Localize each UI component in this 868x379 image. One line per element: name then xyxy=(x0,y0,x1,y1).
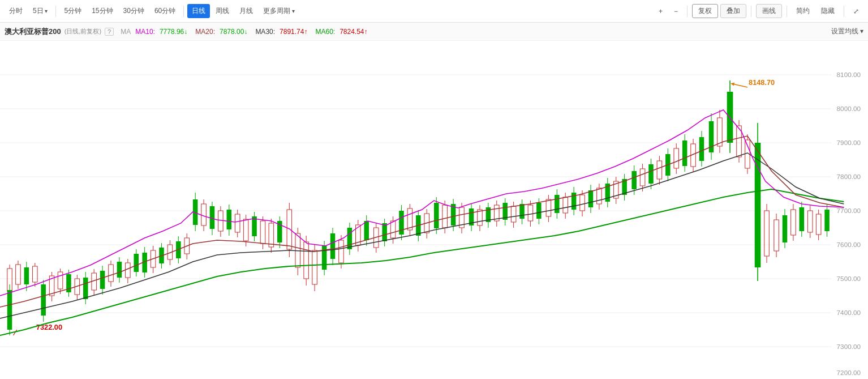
help-badge[interactable]: ? xyxy=(105,28,114,36)
fuquan-button[interactable]: 复权 xyxy=(692,4,718,18)
diejia-button[interactable]: 叠加 xyxy=(720,4,746,18)
svg-text:7400.00: 7400.00 xyxy=(837,309,861,316)
period-5min[interactable]: 5分钟 xyxy=(59,4,86,18)
svg-rect-292 xyxy=(774,220,779,251)
settings-maline-button[interactable]: 设置均线 xyxy=(831,27,863,36)
svg-rect-148 xyxy=(364,221,369,240)
ma60-label: MA60: xyxy=(315,28,335,36)
svg-rect-31 xyxy=(33,266,38,282)
svg-rect-241 xyxy=(631,171,637,189)
period-more[interactable]: 更多周期 xyxy=(259,4,299,18)
svg-rect-307 xyxy=(816,214,821,235)
separator-5 xyxy=(787,6,787,17)
svg-rect-199 xyxy=(511,206,516,222)
svg-rect-187 xyxy=(478,210,483,225)
svg-rect-244 xyxy=(640,169,645,186)
zoom-out-button[interactable]: − xyxy=(669,5,682,18)
svg-rect-100 xyxy=(227,210,232,229)
svg-rect-301 xyxy=(800,207,805,231)
svg-rect-154 xyxy=(382,223,387,241)
svg-text:8148.70: 8148.70 xyxy=(749,79,775,87)
svg-rect-115 xyxy=(269,223,274,247)
svg-text:7300.00: 7300.00 xyxy=(837,343,861,350)
svg-rect-49 xyxy=(83,278,88,299)
chart-title: 澳大利亚标普200 xyxy=(5,27,61,37)
svg-rect-310 xyxy=(824,210,830,231)
svg-rect-61 xyxy=(117,262,122,278)
svg-text:7600.00: 7600.00 xyxy=(837,241,861,248)
svg-rect-211 xyxy=(546,199,551,216)
ma20-label: MA20: xyxy=(195,28,215,36)
svg-rect-226 xyxy=(588,190,594,207)
svg-rect-25 xyxy=(16,265,21,284)
ma60-value: 7824.54 xyxy=(340,28,367,36)
svg-rect-304 xyxy=(807,211,813,232)
yincang-button[interactable]: 隐藏 xyxy=(817,4,839,18)
svg-rect-271 xyxy=(717,118,723,146)
separator-2 xyxy=(183,6,184,17)
toolbar: 分时 5日 5分钟 15分钟 30分钟 60分钟 日线 周线 月线 更多周期 +… xyxy=(0,0,868,23)
svg-rect-214 xyxy=(555,195,560,213)
svg-rect-223 xyxy=(580,195,585,211)
chart-svg: 8100.00 8000.00 7900.00 7800.00 7700.00 … xyxy=(0,41,868,379)
svg-rect-163 xyxy=(407,208,412,230)
period-fenshi[interactable]: 分时 xyxy=(5,4,27,18)
chart-area: 8100.00 8000.00 7900.00 7800.00 7700.00 … xyxy=(0,41,868,379)
svg-rect-127 xyxy=(304,242,309,279)
svg-rect-55 xyxy=(100,271,105,289)
separator-4 xyxy=(751,6,751,17)
period-5day[interactable]: 5日 xyxy=(28,4,52,18)
svg-rect-91 xyxy=(201,204,207,225)
period-15min[interactable]: 15分钟 xyxy=(87,4,117,18)
ma-label: MA xyxy=(121,28,131,36)
period-monthly[interactable]: 月线 xyxy=(235,4,257,18)
svg-rect-202 xyxy=(519,204,525,219)
svg-rect-112 xyxy=(260,221,265,244)
period-30min[interactable]: 30分钟 xyxy=(119,4,149,18)
ma30-label: MA30: xyxy=(255,28,275,36)
period-daily[interactable]: 日线 xyxy=(187,4,210,18)
svg-line-277 xyxy=(732,84,747,87)
svg-rect-103 xyxy=(235,214,240,232)
svg-rect-106 xyxy=(243,219,248,241)
ma30-value: 7891.74 xyxy=(280,28,307,36)
svg-text:8100.00: 8100.00 xyxy=(837,71,861,78)
svg-rect-229 xyxy=(597,188,602,204)
period-weekly[interactable]: 周线 xyxy=(211,4,234,18)
svg-rect-205 xyxy=(528,205,533,221)
svg-rect-250 xyxy=(657,161,662,179)
svg-rect-265 xyxy=(699,137,704,161)
svg-rect-67 xyxy=(134,254,139,272)
svg-rect-172 xyxy=(434,203,439,228)
svg-rect-97 xyxy=(218,211,224,231)
svg-rect-130 xyxy=(312,250,317,284)
svg-rect-157 xyxy=(390,221,396,238)
svg-rect-289 xyxy=(764,211,770,256)
svg-rect-136 xyxy=(330,233,336,259)
ma10-label: MA10: xyxy=(135,28,155,36)
huaxian-button[interactable]: 画线 xyxy=(756,4,782,18)
chart-subtitle: (日线,前复权) xyxy=(65,27,101,36)
svg-rect-298 xyxy=(791,210,796,235)
svg-rect-139 xyxy=(339,240,344,263)
svg-text:7200.00: 7200.00 xyxy=(837,369,861,376)
ma20-value: 7878.00 xyxy=(220,28,247,36)
svg-rect-175 xyxy=(442,205,448,228)
svg-rect-208 xyxy=(536,203,542,219)
svg-rect-40 xyxy=(58,272,63,289)
toolbar-right: + − 复权 叠加 画线 简约 隐藏 ⤢ xyxy=(654,4,863,18)
expand-button[interactable]: ⤢ xyxy=(849,5,863,18)
jianyue-button[interactable]: 简约 xyxy=(792,4,814,18)
svg-text:8000.00: 8000.00 xyxy=(837,105,861,112)
svg-text:7800.00: 7800.00 xyxy=(837,173,861,180)
separator-3 xyxy=(687,6,687,17)
svg-rect-142 xyxy=(347,228,353,249)
period-60min[interactable]: 60分钟 xyxy=(150,4,180,18)
separator-6 xyxy=(844,6,844,17)
svg-rect-121 xyxy=(287,210,292,249)
svg-rect-259 xyxy=(682,140,687,166)
svg-rect-34 xyxy=(41,284,46,316)
svg-text:7500.00: 7500.00 xyxy=(837,275,861,282)
zoom-in-button[interactable]: + xyxy=(654,5,667,18)
info-bar: 澳大利亚标普200 (日线,前复权) ? MA MA10: 7778.96 MA… xyxy=(0,23,868,41)
